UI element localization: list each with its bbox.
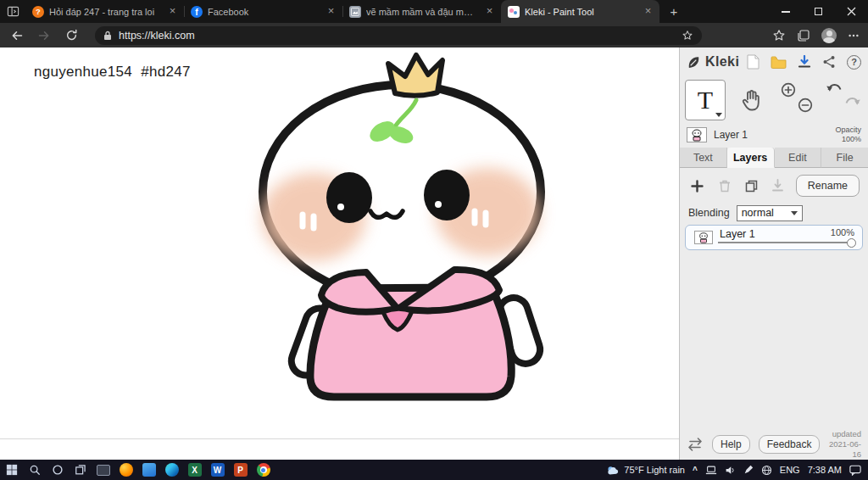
refresh-button[interactable] [63, 27, 80, 44]
tab-close-icon[interactable]: × [325, 5, 337, 18]
zoom-in-button[interactable] [781, 82, 796, 98]
share-icon[interactable] [822, 55, 836, 69]
back-button[interactable] [8, 27, 25, 44]
photos-app-icon [97, 465, 110, 476]
tab-layers[interactable]: Layers [727, 148, 775, 168]
updated-label: updated [828, 429, 861, 439]
download-icon[interactable] [798, 55, 811, 70]
new-tab-button[interactable]: + [663, 2, 685, 22]
canvas-boundary-line [0, 438, 679, 439]
swap-arrows-icon[interactable] [687, 438, 704, 451]
current-layer-bar[interactable]: Layer 1 Opacity 100% [687, 126, 861, 144]
tab-file[interactable]: File [821, 148, 868, 168]
browser-tab-kleki-active[interactable]: Kleki - Paint Tool × [501, 0, 659, 23]
zoom-out-button[interactable] [798, 98, 813, 113]
word-icon: W [211, 463, 225, 477]
address-bar[interactable]: https://kleki.com [95, 26, 702, 45]
duplicate-layer-button[interactable] [742, 176, 760, 195]
volume-tray-icon[interactable] [725, 466, 736, 475]
tab-actions-icon [7, 5, 19, 18]
network-tray-icon[interactable] [761, 465, 772, 476]
tab-title: Kleki - Paint Tool [525, 7, 637, 17]
layer-action-buttons: Rename [688, 175, 860, 197]
tab-close-icon[interactable]: × [642, 5, 654, 18]
powerpoint-button[interactable]: P [229, 460, 252, 480]
add-layer-button[interactable] [688, 176, 707, 195]
maximize-button[interactable] [802, 0, 835, 23]
lock-icon [103, 31, 112, 41]
forward-button[interactable] [36, 27, 53, 44]
edge-button[interactable] [160, 460, 183, 480]
paint-canvas[interactable]: nguyenhue154 #hd247 [0, 47, 679, 460]
weather-text: 75°F Light rain [624, 465, 685, 475]
powerpoint-icon: P [234, 463, 248, 477]
language-indicator[interactable]: ENG [780, 465, 800, 475]
tab-actions-button[interactable] [0, 0, 25, 23]
cortana-button[interactable] [46, 460, 69, 480]
kleki-favicon [508, 6, 520, 18]
browser-tab-facebook[interactable]: f Facebook × [184, 0, 342, 23]
open-folder-icon[interactable] [771, 56, 787, 69]
blending-value: normal [742, 207, 774, 219]
help-icon[interactable]: ? [847, 55, 861, 70]
forward-icon [37, 29, 51, 42]
action-center-icon[interactable] [849, 465, 861, 476]
layer-list-item-selected[interactable]: Layer 1 100% [685, 225, 863, 250]
redo-button[interactable] [844, 96, 861, 109]
blue-app-button[interactable] [137, 460, 160, 480]
hand-tool-button[interactable] [738, 87, 764, 113]
settings-ellipsis-icon[interactable] [848, 30, 860, 42]
text-tool-button[interactable]: T [685, 80, 726, 120]
kleki-brand-text: Kleki [705, 54, 739, 70]
task-view-button[interactable] [69, 460, 92, 480]
excel-button[interactable]: X [183, 460, 206, 480]
opacity-readout: Opacity 100% [835, 126, 861, 144]
system-tray: 75°F Light rain ^ ENG 7:38 AM [606, 465, 868, 476]
browser-tab-drawing[interactable]: vẽ mầm mầm và đậu mầm =>nl × [342, 0, 501, 23]
layer-row-name: Layer 1 [720, 228, 755, 240]
kleki-footer: Help Feedback updated 2021-06-16 [687, 433, 861, 455]
collections-icon[interactable] [797, 29, 810, 42]
word-button[interactable]: W [206, 460, 229, 480]
clock[interactable]: 7:38 AM [808, 465, 842, 475]
opacity-slider-track[interactable] [718, 242, 850, 243]
help-link[interactable]: Help [712, 435, 750, 454]
favorites-icon[interactable] [772, 29, 786, 42]
start-button[interactable] [0, 460, 23, 480]
new-image-icon[interactable] [747, 54, 760, 70]
undo-button[interactable] [826, 82, 843, 96]
kleki-panel-tabs: Text Layers Edit File [680, 148, 868, 168]
laptop-tray-icon[interactable] [705, 466, 717, 475]
tab-close-icon[interactable]: × [166, 5, 179, 18]
hidden-icons-chevron[interactable]: ^ [693, 466, 698, 475]
close-button[interactable] [835, 0, 868, 23]
minimize-button[interactable] [769, 0, 802, 23]
minimize-icon [782, 11, 790, 13]
search-icon [29, 464, 41, 476]
tab-edit[interactable]: Edit [775, 148, 822, 168]
blending-row: Blending normal [688, 204, 803, 221]
add-favorite-icon[interactable] [682, 30, 693, 42]
feedback-link[interactable]: Feedback [759, 435, 821, 454]
chrome-button[interactable] [252, 460, 275, 480]
delete-layer-button[interactable] [715, 176, 734, 195]
photos-app-button[interactable] [92, 460, 114, 480]
tab-close-icon[interactable]: × [483, 5, 496, 18]
weather-widget[interactable]: 75°F Light rain [606, 465, 685, 476]
url-text: https://kleki.com [119, 30, 675, 42]
opacity-slider-knob[interactable] [847, 238, 856, 248]
toolbar-right-icons [772, 28, 860, 43]
kleki-tool-row: T [685, 80, 865, 124]
rename-button[interactable]: Rename [796, 175, 860, 197]
facebook-favicon: f [191, 6, 203, 18]
profile-avatar[interactable] [821, 28, 837, 43]
layer-thumbnail [687, 127, 707, 142]
kleki-top-bar: Kleki ? [687, 52, 861, 72]
browser-tab-hoidap247[interactable]: ? Hỏi đáp 247 - trang tra loi × [25, 0, 184, 23]
tab-text[interactable]: Text [680, 148, 727, 168]
merge-layer-button[interactable] [769, 176, 787, 195]
taskbar-search-button[interactable] [23, 460, 46, 480]
pen-tray-icon[interactable] [743, 465, 754, 475]
blending-select[interactable]: normal [737, 205, 803, 221]
firefox-button[interactable] [114, 460, 137, 480]
